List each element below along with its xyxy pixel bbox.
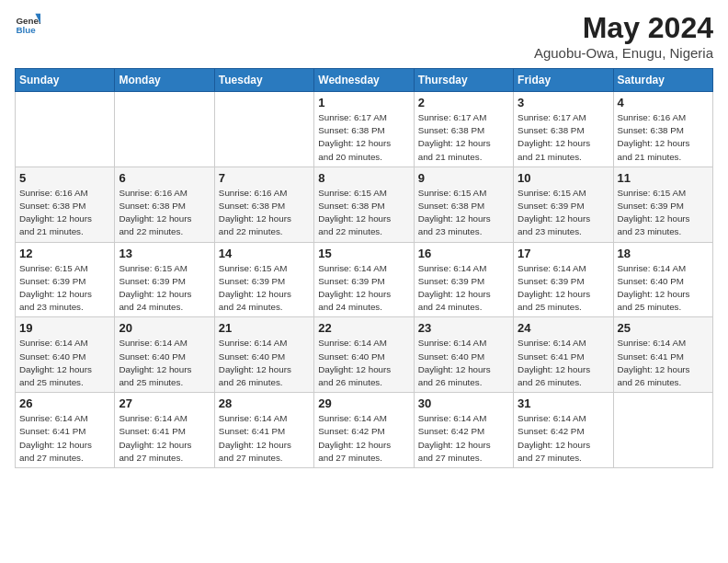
calendar-table: Sunday Monday Tuesday Wednesday Thursday… — [15, 68, 713, 468]
table-row: 6Sunrise: 6:16 AM Sunset: 6:38 PM Daylig… — [115, 167, 214, 242]
calendar-week-row: 5Sunrise: 6:16 AM Sunset: 6:38 PM Daylig… — [16, 167, 713, 242]
day-number: 18 — [618, 247, 709, 260]
col-saturday: Saturday — [613, 69, 712, 92]
day-info: Sunrise: 6:15 AM Sunset: 6:38 PM Dayligh… — [318, 187, 409, 239]
day-info: Sunrise: 6:14 AM Sunset: 6:40 PM Dayligh… — [119, 337, 210, 389]
header: General Blue May 2024 Aguobu-Owa, Enugu,… — [15, 11, 713, 61]
table-row: 2Sunrise: 6:17 AM Sunset: 6:38 PM Daylig… — [414, 92, 513, 167]
calendar-header-row: Sunday Monday Tuesday Wednesday Thursday… — [16, 69, 713, 92]
table-row: 14Sunrise: 6:15 AM Sunset: 6:39 PM Dayli… — [214, 242, 313, 317]
day-info: Sunrise: 6:14 AM Sunset: 6:40 PM Dayligh… — [418, 337, 509, 389]
day-info: Sunrise: 6:14 AM Sunset: 6:41 PM Dayligh… — [618, 337, 709, 389]
day-number: 17 — [518, 247, 609, 260]
table-row: 10Sunrise: 6:15 AM Sunset: 6:39 PM Dayli… — [514, 167, 613, 242]
day-number: 3 — [518, 96, 609, 109]
table-row: 21Sunrise: 6:14 AM Sunset: 6:40 PM Dayli… — [214, 317, 313, 393]
day-info: Sunrise: 6:14 AM Sunset: 6:39 PM Dayligh… — [318, 262, 409, 315]
day-info: Sunrise: 6:14 AM Sunset: 6:39 PM Dayligh… — [418, 262, 509, 315]
day-number: 31 — [518, 396, 609, 410]
col-thursday: Thursday — [414, 69, 513, 92]
table-row: 28Sunrise: 6:14 AM Sunset: 6:41 PM Dayli… — [214, 393, 313, 468]
page: General Blue May 2024 Aguobu-Owa, Enugu,… — [0, 0, 728, 563]
table-row — [16, 92, 115, 167]
table-row: 8Sunrise: 6:15 AM Sunset: 6:38 PM Daylig… — [314, 167, 414, 242]
day-info: Sunrise: 6:17 AM Sunset: 6:38 PM Dayligh… — [518, 111, 609, 164]
table-row: 16Sunrise: 6:14 AM Sunset: 6:39 PM Dayli… — [414, 242, 513, 317]
day-info: Sunrise: 6:17 AM Sunset: 6:38 PM Dayligh… — [318, 111, 409, 164]
col-monday: Monday — [115, 69, 214, 92]
day-info: Sunrise: 6:15 AM Sunset: 6:39 PM Dayligh… — [19, 262, 110, 315]
title-block: May 2024 Aguobu-Owa, Enugu, Nigeria — [534, 11, 713, 61]
table-row: 18Sunrise: 6:14 AM Sunset: 6:40 PM Dayli… — [613, 242, 712, 317]
table-row: 20Sunrise: 6:14 AM Sunset: 6:40 PM Dayli… — [115, 317, 214, 393]
day-number: 24 — [518, 321, 609, 335]
day-number: 23 — [418, 321, 509, 335]
day-info: Sunrise: 6:17 AM Sunset: 6:38 PM Dayligh… — [418, 111, 509, 164]
day-number: 29 — [318, 396, 409, 410]
day-number: 21 — [219, 321, 310, 335]
table-row: 13Sunrise: 6:15 AM Sunset: 6:39 PM Dayli… — [115, 242, 214, 317]
day-info: Sunrise: 6:14 AM Sunset: 6:42 PM Dayligh… — [518, 412, 609, 465]
table-row: 7Sunrise: 6:16 AM Sunset: 6:38 PM Daylig… — [214, 167, 313, 242]
day-info: Sunrise: 6:14 AM Sunset: 6:41 PM Dayligh… — [19, 412, 110, 465]
table-row — [115, 92, 214, 167]
table-row: 26Sunrise: 6:14 AM Sunset: 6:41 PM Dayli… — [16, 393, 115, 468]
day-number: 2 — [418, 96, 509, 109]
table-row: 29Sunrise: 6:14 AM Sunset: 6:42 PM Dayli… — [314, 393, 414, 468]
table-row: 27Sunrise: 6:14 AM Sunset: 6:41 PM Dayli… — [115, 393, 214, 468]
day-number: 27 — [119, 396, 210, 410]
table-row: 25Sunrise: 6:14 AM Sunset: 6:41 PM Dayli… — [613, 317, 712, 393]
day-info: Sunrise: 6:16 AM Sunset: 6:38 PM Dayligh… — [618, 111, 709, 164]
logo: General Blue — [15, 11, 40, 37]
day-number: 22 — [318, 321, 409, 335]
day-info: Sunrise: 6:14 AM Sunset: 6:42 PM Dayligh… — [418, 412, 509, 465]
logo-icon: General Blue — [15, 11, 40, 37]
day-info: Sunrise: 6:14 AM Sunset: 6:40 PM Dayligh… — [618, 262, 709, 315]
table-row — [613, 393, 712, 468]
table-row: 15Sunrise: 6:14 AM Sunset: 6:39 PM Dayli… — [314, 242, 414, 317]
day-number: 14 — [219, 247, 310, 260]
table-row — [214, 92, 313, 167]
table-row: 30Sunrise: 6:14 AM Sunset: 6:42 PM Dayli… — [414, 393, 513, 468]
day-number: 20 — [119, 321, 210, 335]
table-row: 1Sunrise: 6:17 AM Sunset: 6:38 PM Daylig… — [314, 92, 414, 167]
day-info: Sunrise: 6:15 AM Sunset: 6:39 PM Dayligh… — [518, 187, 609, 239]
day-number: 25 — [618, 321, 709, 335]
day-info: Sunrise: 6:14 AM Sunset: 6:41 PM Dayligh… — [219, 412, 310, 465]
day-info: Sunrise: 6:14 AM Sunset: 6:41 PM Dayligh… — [119, 412, 210, 465]
col-tuesday: Tuesday — [214, 69, 313, 92]
day-number: 26 — [19, 396, 110, 410]
calendar-week-row: 1Sunrise: 6:17 AM Sunset: 6:38 PM Daylig… — [16, 92, 713, 167]
main-title: May 2024 — [534, 11, 713, 45]
day-number: 6 — [119, 171, 210, 185]
day-info: Sunrise: 6:16 AM Sunset: 6:38 PM Dayligh… — [19, 187, 110, 239]
table-row: 5Sunrise: 6:16 AM Sunset: 6:38 PM Daylig… — [16, 167, 115, 242]
day-number: 5 — [19, 171, 110, 185]
day-number: 8 — [318, 171, 409, 185]
table-row: 17Sunrise: 6:14 AM Sunset: 6:39 PM Dayli… — [514, 242, 613, 317]
calendar-week-row: 26Sunrise: 6:14 AM Sunset: 6:41 PM Dayli… — [16, 393, 713, 468]
day-info: Sunrise: 6:15 AM Sunset: 6:39 PM Dayligh… — [119, 262, 210, 315]
day-info: Sunrise: 6:14 AM Sunset: 6:40 PM Dayligh… — [19, 337, 110, 389]
day-info: Sunrise: 6:16 AM Sunset: 6:38 PM Dayligh… — [119, 187, 210, 239]
table-row: 19Sunrise: 6:14 AM Sunset: 6:40 PM Dayli… — [16, 317, 115, 393]
day-info: Sunrise: 6:14 AM Sunset: 6:40 PM Dayligh… — [219, 337, 310, 389]
col-friday: Friday — [514, 69, 613, 92]
day-number: 10 — [518, 171, 609, 185]
day-number: 9 — [418, 171, 509, 185]
table-row: 3Sunrise: 6:17 AM Sunset: 6:38 PM Daylig… — [514, 92, 613, 167]
day-number: 30 — [418, 396, 509, 410]
day-number: 16 — [418, 247, 509, 260]
day-info: Sunrise: 6:15 AM Sunset: 6:39 PM Dayligh… — [618, 187, 709, 239]
day-info: Sunrise: 6:14 AM Sunset: 6:39 PM Dayligh… — [518, 262, 609, 315]
day-number: 28 — [219, 396, 310, 410]
table-row: 23Sunrise: 6:14 AM Sunset: 6:40 PM Dayli… — [414, 317, 513, 393]
day-info: Sunrise: 6:14 AM Sunset: 6:41 PM Dayligh… — [518, 337, 609, 389]
col-wednesday: Wednesday — [314, 69, 414, 92]
day-info: Sunrise: 6:14 AM Sunset: 6:42 PM Dayligh… — [318, 412, 409, 465]
calendar-week-row: 12Sunrise: 6:15 AM Sunset: 6:39 PM Dayli… — [16, 242, 713, 317]
table-row: 22Sunrise: 6:14 AM Sunset: 6:40 PM Dayli… — [314, 317, 414, 393]
subtitle: Aguobu-Owa, Enugu, Nigeria — [534, 45, 713, 61]
day-info: Sunrise: 6:14 AM Sunset: 6:40 PM Dayligh… — [318, 337, 409, 389]
day-number: 7 — [219, 171, 310, 185]
